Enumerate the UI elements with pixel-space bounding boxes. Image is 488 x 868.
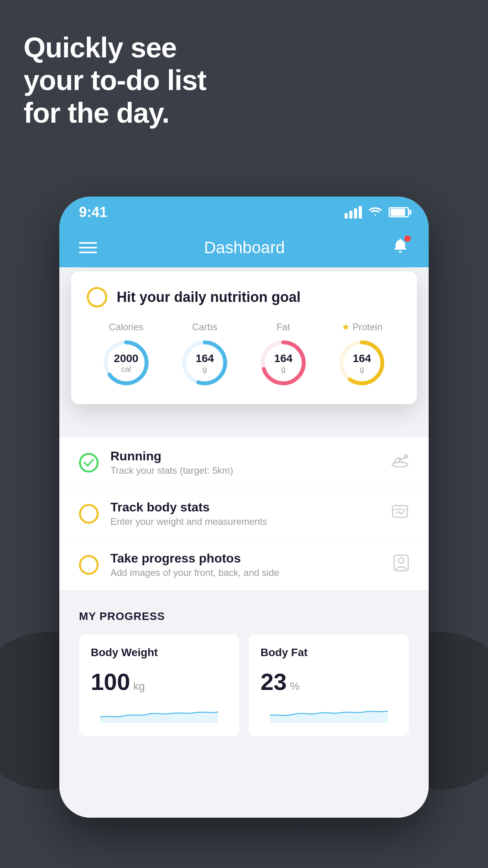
protein-value: 164 xyxy=(353,353,371,365)
person-icon xyxy=(393,554,409,575)
fat-unit: g xyxy=(274,364,293,373)
svg-point-14 xyxy=(398,558,404,563)
running-title: Running xyxy=(110,449,379,463)
body-weight-unit: kg xyxy=(133,680,145,693)
nutrition-card: Hit your daily nutrition goal Calories 2… xyxy=(71,271,417,404)
calories-stat: Calories 2000 cal xyxy=(101,322,152,388)
todo-list: Running Track your stats (target: 5km) xyxy=(59,437,429,590)
hero-text: Quickly see your to-do list for the day. xyxy=(24,31,206,129)
body-fat-title: Body Fat xyxy=(261,646,397,659)
nutrition-radio[interactable] xyxy=(87,287,107,307)
calories-ring: 2000 cal xyxy=(101,337,152,388)
body-stats-radio[interactable] xyxy=(79,504,99,524)
body-weight-value: 100 xyxy=(91,668,130,695)
signal-icon xyxy=(345,206,362,219)
body-weight-chart xyxy=(91,703,227,723)
body-stats-title: Track body stats xyxy=(110,500,379,515)
hamburger-menu[interactable] xyxy=(79,242,97,253)
status-icons xyxy=(345,206,409,219)
wifi-icon xyxy=(368,206,382,219)
running-subtitle: Track your stats (target: 5km) xyxy=(110,465,379,476)
progress-section: MY PROGRESS Body Weight 100 kg B xyxy=(59,590,429,748)
body-fat-value: 23 xyxy=(261,668,287,695)
carbs-stat: Carbs 164 g xyxy=(179,322,230,388)
body-fat-chart xyxy=(261,703,397,723)
photos-subtitle: Add images of your front, back, and side xyxy=(110,567,382,578)
photos-radio[interactable] xyxy=(79,555,99,575)
calories-label: Calories xyxy=(109,322,143,333)
nutrition-card-title: Hit your daily nutrition goal xyxy=(117,289,301,305)
status-time: 9:41 xyxy=(79,204,107,221)
scale-icon xyxy=(391,504,409,523)
photos-title: Take progress photos xyxy=(110,551,382,566)
body-weight-card: Body Weight 100 kg xyxy=(79,634,239,736)
body-fat-card: Body Fat 23 % xyxy=(249,634,409,736)
hero-line2: your to-do list xyxy=(24,64,206,97)
hero-line3: for the day. xyxy=(24,97,206,129)
nav-bar: Dashboard xyxy=(59,228,429,267)
protein-label: Protein xyxy=(352,322,382,333)
todo-item-body-stats[interactable]: Track body stats Enter your weight and m… xyxy=(59,488,429,539)
fat-value: 164 xyxy=(274,353,293,365)
fat-label: Fat xyxy=(277,322,290,333)
nutrition-stats: Calories 2000 cal Carbs xyxy=(87,322,401,388)
nav-title: Dashboard xyxy=(204,238,284,257)
app-content: THINGS TO DO TODAY Hit your daily nutrit… xyxy=(59,267,429,818)
phone-mockup: 9:41 Da xyxy=(59,197,429,818)
body-stats-subtitle: Enter your weight and measurements xyxy=(110,516,379,527)
hero-line1: Quickly see xyxy=(24,31,206,64)
todo-item-running[interactable]: Running Track your stats (target: 5km) xyxy=(59,437,429,488)
fat-stat: Fat 164 g xyxy=(258,322,309,388)
protein-stat: ★ Protein 164 g xyxy=(336,322,387,388)
status-bar: 9:41 xyxy=(59,197,429,228)
protein-ring: 164 g xyxy=(336,337,387,388)
calories-unit: cal xyxy=(114,364,138,373)
battery-icon xyxy=(389,207,409,217)
star-icon: ★ xyxy=(341,322,350,333)
body-weight-title: Body Weight xyxy=(91,646,227,659)
carbs-ring: 164 g xyxy=(179,337,230,388)
protein-unit: g xyxy=(353,364,371,373)
carbs-value: 164 xyxy=(196,353,214,365)
body-fat-unit: % xyxy=(290,680,300,693)
fat-ring: 164 g xyxy=(258,337,309,388)
carbs-unit: g xyxy=(196,364,214,373)
calories-value: 2000 xyxy=(114,353,138,365)
progress-heading: MY PROGRESS xyxy=(79,610,409,623)
progress-cards: Body Weight 100 kg Body Fat 23 % xyxy=(79,634,409,736)
notifications-button[interactable] xyxy=(392,237,409,258)
running-radio[interactable] xyxy=(79,453,99,473)
running-icon xyxy=(391,454,409,471)
protein-label-row: ★ Protein xyxy=(341,322,382,333)
todo-item-photos[interactable]: Take progress photos Add images of your … xyxy=(59,539,429,590)
notification-dot xyxy=(404,235,411,242)
carbs-label: Carbs xyxy=(192,322,217,333)
